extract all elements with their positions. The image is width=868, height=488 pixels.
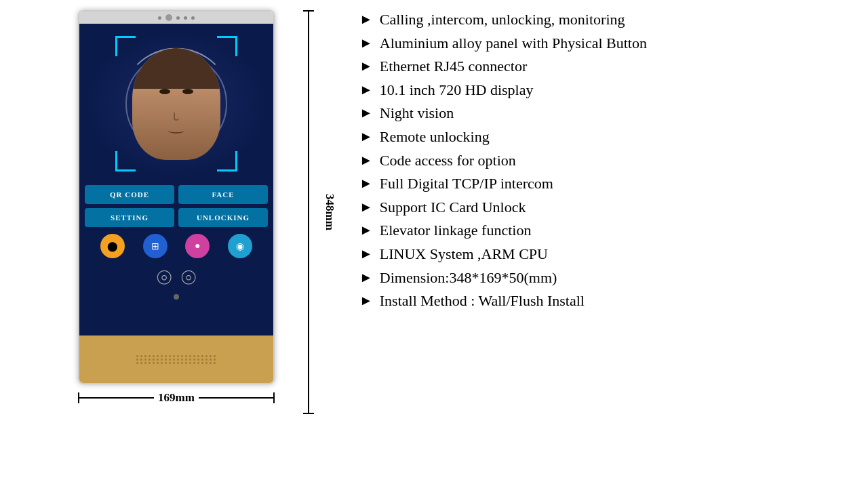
feature-item-9: ► Elevator linkage function (359, 221, 848, 241)
feature-text-1: Aluminium alloy panel with Physical Butt… (380, 34, 647, 54)
bullet-10: ► (359, 246, 373, 262)
dim-right-cap (273, 392, 275, 403)
feature-text-7: Full Digital TCP/IP intercom (380, 174, 553, 194)
feature-text-8: Support IC Card Unlock (380, 198, 526, 218)
dim-vertical-line (308, 12, 309, 413)
icon-home[interactable]: ⬤ (100, 234, 125, 258)
dot2 (176, 16, 180, 20)
face-recognition-area (85, 29, 268, 178)
screen-buttons-grid: QR CODE FACE SETTING UNLOCKING (85, 185, 268, 227)
dimension-height: 348mm (303, 10, 314, 414)
dim-horizontal-line (79, 397, 154, 399)
feature-item-12: ► Install Method : Wall/Flush Install (359, 291, 848, 311)
feature-item-6: ► Code access for option (359, 151, 848, 171)
feature-item-2: ► Ethernet RJ45 connector (359, 57, 848, 77)
features-list: ► Calling ,intercom, unlocking, monitori… (359, 10, 848, 311)
device-phone: QR CODE FACE SETTING UNLOCKING ⬤ ⊞ ● (78, 10, 275, 384)
eye-left (159, 89, 170, 94)
feature-item-11: ► Dimension:348*169*50(mm) (359, 268, 848, 288)
feature-text-11: Dimension:348*169*50(mm) (380, 268, 557, 288)
dim-bottom-tick (303, 413, 314, 414)
face-silhouette (132, 48, 220, 160)
icon-grid[interactable]: ⊞ (143, 234, 167, 258)
feature-text-3: 10.1 inch 720 HD display (380, 81, 534, 100)
feature-text-0: Calling ,intercom, unlocking, monitoring (380, 10, 625, 30)
face-frame (115, 36, 237, 171)
feature-item-4: ► Night vision (359, 104, 848, 123)
bullet-4: ► (359, 105, 373, 121)
icon-settings[interactable]: ● (185, 234, 210, 258)
bullet-7: ► (359, 176, 373, 191)
features-panel: ► Calling ,intercom, unlocking, monitori… (339, 7, 854, 319)
width-label: 169mm (154, 391, 199, 405)
dot1 (158, 16, 161, 20)
unlocking-button[interactable]: UNLOCKING (178, 208, 268, 227)
face-button[interactable]: FACE (178, 185, 268, 204)
dot3 (184, 16, 187, 20)
dim-horizontal-line-2 (199, 397, 273, 399)
feature-text-4: Night vision (380, 104, 454, 123)
phone-bottom-bar (79, 336, 273, 383)
bottom-icons: ⬤ ⊞ ● ◉ (85, 234, 268, 258)
bullet-5: ► (359, 129, 373, 144)
feature-text-2: Ethernet RJ45 connector (380, 57, 528, 77)
feature-item-3: ► 10.1 inch 720 HD display (359, 81, 848, 100)
feature-text-10: LINUX System ,ARM CPU (380, 245, 548, 264)
feature-item-8: ► Support IC Card Unlock (359, 198, 848, 218)
height-label: 348mm (323, 194, 336, 230)
feature-text-6: Code access for option (380, 151, 516, 171)
left-panel: QR CODE FACE SETTING UNLOCKING ⬤ ⊞ ● (14, 7, 339, 405)
camera-dot (165, 14, 172, 21)
bullet-8: ► (359, 199, 373, 215)
qr-code-button[interactable]: QR CODE (85, 185, 174, 204)
bullet-6: ► (359, 152, 373, 168)
nfc-area: ⦾ ⁠ ⦾ (85, 264, 268, 293)
bullet-0: ► (359, 12, 373, 27)
bullet-9: ► (359, 222, 373, 238)
dimension-width: 169mm (78, 391, 275, 405)
phone-top-bar (79, 12, 273, 24)
feature-item-5: ► Remote unlocking (359, 127, 848, 147)
feature-item-1: ► Aluminium alloy panel with Physical Bu… (359, 34, 848, 54)
feature-text-5: Remote unlocking (380, 127, 490, 147)
feature-text-12: Install Method : Wall/Flush Install (380, 291, 585, 311)
icon-info[interactable]: ◉ (228, 234, 252, 258)
feature-item-10: ► LINUX System ,ARM CPU (359, 245, 848, 264)
bullet-12: ► (359, 293, 373, 308)
bullet-3: ► (359, 82, 373, 98)
bullet-11: ► (359, 270, 373, 285)
feature-text-9: Elevator linkage function (380, 221, 532, 241)
feature-item-7: ► Full Digital TCP/IP intercom (359, 174, 848, 194)
eye-right (182, 89, 193, 94)
nfc-symbol: ⦾ ⁠ ⦾ (157, 267, 196, 289)
dot4 (191, 16, 195, 20)
speaker-grille (136, 355, 216, 364)
feature-item-0: ► Calling ,intercom, unlocking, monitori… (359, 10, 848, 30)
bullet-2: ► (359, 58, 373, 74)
bullet-1: ► (359, 35, 373, 51)
phone-screen: QR CODE FACE SETTING UNLOCKING ⬤ ⊞ ● (79, 24, 273, 336)
setting-button[interactable]: SETTING (85, 208, 174, 227)
face-hair (132, 48, 220, 89)
